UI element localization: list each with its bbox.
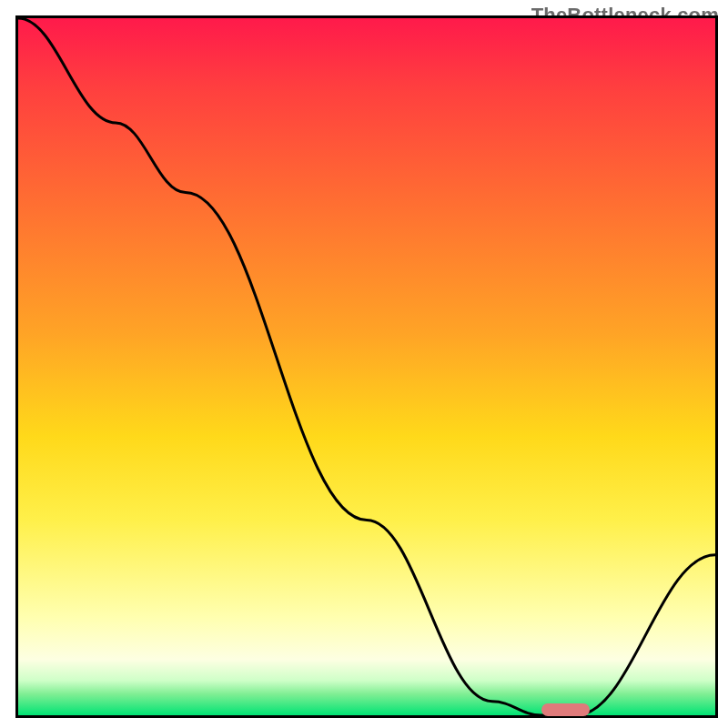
bottleneck-curve — [18, 18, 715, 715]
optimal-range-marker — [541, 703, 591, 716]
chart-canvas: TheBottleneck.com — [0, 0, 728, 728]
plot-area — [15, 15, 718, 718]
curve-path — [18, 18, 715, 715]
